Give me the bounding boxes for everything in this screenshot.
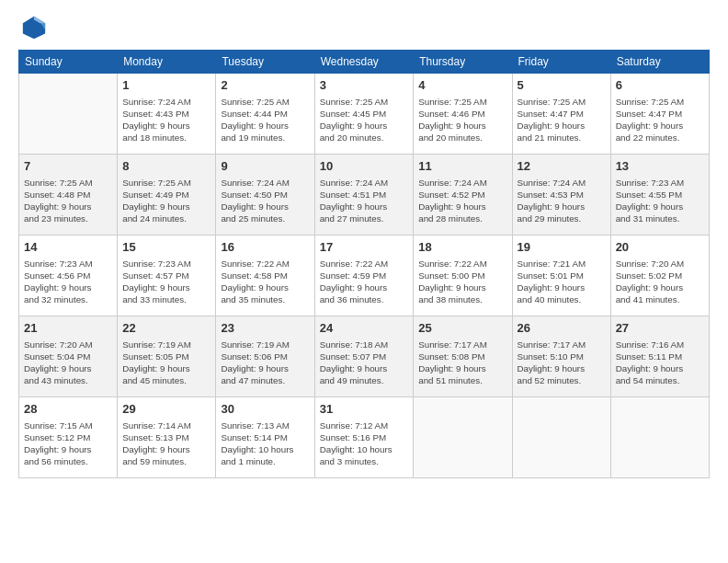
day-info: Sunrise: 7:24 AMSunset: 4:50 PMDaylight:… [221,177,309,225]
day-info: Sunrise: 7:24 AMSunset: 4:43 PMDaylight:… [122,96,210,144]
day-info: Sunrise: 7:25 AMSunset: 4:44 PMDaylight:… [221,96,309,144]
day-number: 28 [24,401,112,418]
day-number: 20 [616,239,704,256]
day-info: Sunrise: 7:14 AMSunset: 5:13 PMDaylight:… [122,419,210,468]
day-info: Sunrise: 7:24 AMSunset: 4:51 PMDaylight:… [320,177,409,225]
day-number: 9 [221,158,309,175]
calendar-cell: 18Sunrise: 7:22 AMSunset: 5:00 PMDayligh… [414,236,512,316]
calendar-cell: 4Sunrise: 7:25 AMSunset: 4:46 PMDaylight… [414,74,512,155]
calendar-cell: 17Sunrise: 7:22 AMSunset: 4:59 PMDayligh… [314,236,414,316]
day-number: 3 [320,77,409,94]
day-info: Sunrise: 7:25 AMSunset: 4:48 PMDaylight:… [24,177,112,225]
weekday-header-tuesday: Tuesday [216,51,314,74]
day-info: Sunrise: 7:24 AMSunset: 4:53 PMDaylight:… [518,177,606,225]
day-info: Sunrise: 7:23 AMSunset: 4:55 PMDaylight:… [616,177,704,225]
day-info: Sunrise: 7:19 AMSunset: 5:05 PMDaylight:… [122,339,210,387]
calendar-cell: 2Sunrise: 7:25 AMSunset: 4:44 PMDaylight… [216,74,314,155]
day-info: Sunrise: 7:25 AMSunset: 4:49 PMDaylight:… [122,177,210,225]
calendar-cell: 24Sunrise: 7:18 AMSunset: 5:07 PMDayligh… [314,316,414,397]
day-info: Sunrise: 7:22 AMSunset: 4:59 PMDaylight:… [320,258,409,306]
day-info: Sunrise: 7:23 AMSunset: 4:56 PMDaylight:… [24,258,112,306]
day-info: Sunrise: 7:17 AMSunset: 5:08 PMDaylight:… [418,339,506,387]
calendar-cell [19,74,118,155]
calendar-cell: 29Sunrise: 7:14 AMSunset: 5:13 PMDayligh… [118,397,216,478]
day-number: 7 [24,158,112,175]
day-number: 16 [221,239,309,256]
calendar-cell: 25Sunrise: 7:17 AMSunset: 5:08 PMDayligh… [414,316,512,397]
calendar-cell: 9Sunrise: 7:24 AMSunset: 4:50 PMDaylight… [216,155,314,236]
weekday-header-saturday: Saturday [610,51,709,74]
calendar-cell: 14Sunrise: 7:23 AMSunset: 4:56 PMDayligh… [19,236,118,316]
day-number: 23 [221,320,309,337]
calendar-cell: 8Sunrise: 7:25 AMSunset: 4:49 PMDaylight… [118,155,216,236]
day-number: 18 [418,239,506,256]
calendar: SundayMondayTuesdayWednesdayThursdayFrid… [18,50,710,478]
day-info: Sunrise: 7:13 AMSunset: 5:14 PMDaylight:… [221,419,309,468]
calendar-cell: 1Sunrise: 7:24 AMSunset: 4:43 PMDaylight… [118,74,216,155]
calendar-cell: 10Sunrise: 7:24 AMSunset: 4:51 PMDayligh… [314,155,414,236]
day-info: Sunrise: 7:20 AMSunset: 5:04 PMDaylight:… [24,339,112,387]
weekday-header-friday: Friday [512,51,610,74]
day-number: 2 [221,77,309,94]
calendar-cell: 31Sunrise: 7:12 AMSunset: 5:16 PMDayligh… [314,397,414,478]
day-number: 27 [616,320,704,337]
page: SundayMondayTuesdayWednesdayThursdayFrid… [0,0,728,563]
calendar-cell: 22Sunrise: 7:19 AMSunset: 5:05 PMDayligh… [118,316,216,397]
weekday-header-row: SundayMondayTuesdayWednesdayThursdayFrid… [19,51,710,74]
day-number: 25 [418,320,506,337]
day-number: 8 [122,158,210,175]
calendar-cell: 15Sunrise: 7:23 AMSunset: 4:57 PMDayligh… [118,236,216,316]
day-info: Sunrise: 7:25 AMSunset: 4:47 PMDaylight:… [518,96,606,144]
day-number: 12 [518,158,606,175]
day-info: Sunrise: 7:22 AMSunset: 4:58 PMDaylight:… [221,258,309,306]
day-number: 11 [418,158,506,175]
calendar-cell: 7Sunrise: 7:25 AMSunset: 4:48 PMDaylight… [19,155,118,236]
calendar-cell: 27Sunrise: 7:16 AMSunset: 5:11 PMDayligh… [610,316,709,397]
calendar-cell: 6Sunrise: 7:25 AMSunset: 4:47 PMDaylight… [610,74,709,155]
calendar-week-row: 14Sunrise: 7:23 AMSunset: 4:56 PMDayligh… [19,236,710,316]
calendar-cell: 21Sunrise: 7:20 AMSunset: 5:04 PMDayligh… [19,316,118,397]
weekday-header-thursday: Thursday [414,51,512,74]
calendar-cell: 12Sunrise: 7:24 AMSunset: 4:53 PMDayligh… [512,155,610,236]
day-number: 22 [122,320,210,337]
day-info: Sunrise: 7:22 AMSunset: 5:00 PMDaylight:… [418,258,506,306]
calendar-cell: 28Sunrise: 7:15 AMSunset: 5:12 PMDayligh… [19,397,118,478]
day-info: Sunrise: 7:25 AMSunset: 4:45 PMDaylight:… [320,96,409,144]
weekday-header-sunday: Sunday [19,51,118,74]
day-number: 31 [320,401,409,418]
calendar-cell: 3Sunrise: 7:25 AMSunset: 4:45 PMDaylight… [314,74,414,155]
day-number: 1 [122,77,210,94]
weekday-header-wednesday: Wednesday [314,51,414,74]
day-number: 6 [616,77,704,94]
calendar-cell: 16Sunrise: 7:22 AMSunset: 4:58 PMDayligh… [216,236,314,316]
weekday-header-monday: Monday [118,51,216,74]
day-number: 21 [24,320,112,337]
day-number: 14 [24,239,112,256]
day-number: 4 [418,77,506,94]
day-number: 24 [320,320,409,337]
day-info: Sunrise: 7:19 AMSunset: 5:06 PMDaylight:… [221,339,309,387]
logo-icon [21,15,47,40]
day-number: 29 [122,401,210,418]
calendar-cell [512,397,610,478]
calendar-cell: 11Sunrise: 7:24 AMSunset: 4:52 PMDayligh… [414,155,512,236]
day-info: Sunrise: 7:15 AMSunset: 5:12 PMDaylight:… [24,419,112,468]
day-info: Sunrise: 7:24 AMSunset: 4:52 PMDaylight:… [418,177,506,225]
day-info: Sunrise: 7:16 AMSunset: 5:11 PMDaylight:… [616,339,704,387]
day-number: 19 [518,239,606,256]
calendar-week-row: 1Sunrise: 7:24 AMSunset: 4:43 PMDaylight… [19,74,710,155]
calendar-cell: 30Sunrise: 7:13 AMSunset: 5:14 PMDayligh… [216,397,314,478]
day-info: Sunrise: 7:12 AMSunset: 5:16 PMDaylight:… [320,419,409,468]
day-number: 5 [518,77,606,94]
day-info: Sunrise: 7:21 AMSunset: 5:01 PMDaylight:… [518,258,606,306]
day-info: Sunrise: 7:18 AMSunset: 5:07 PMDaylight:… [320,339,409,387]
calendar-cell: 19Sunrise: 7:21 AMSunset: 5:01 PMDayligh… [512,236,610,316]
logo [18,15,47,40]
calendar-cell [414,397,512,478]
calendar-cell: 13Sunrise: 7:23 AMSunset: 4:55 PMDayligh… [610,155,709,236]
day-info: Sunrise: 7:17 AMSunset: 5:10 PMDaylight:… [518,339,606,387]
calendar-cell: 26Sunrise: 7:17 AMSunset: 5:10 PMDayligh… [512,316,610,397]
day-info: Sunrise: 7:25 AMSunset: 4:47 PMDaylight:… [616,96,704,144]
day-number: 17 [320,239,409,256]
day-info: Sunrise: 7:20 AMSunset: 5:02 PMDaylight:… [616,258,704,306]
